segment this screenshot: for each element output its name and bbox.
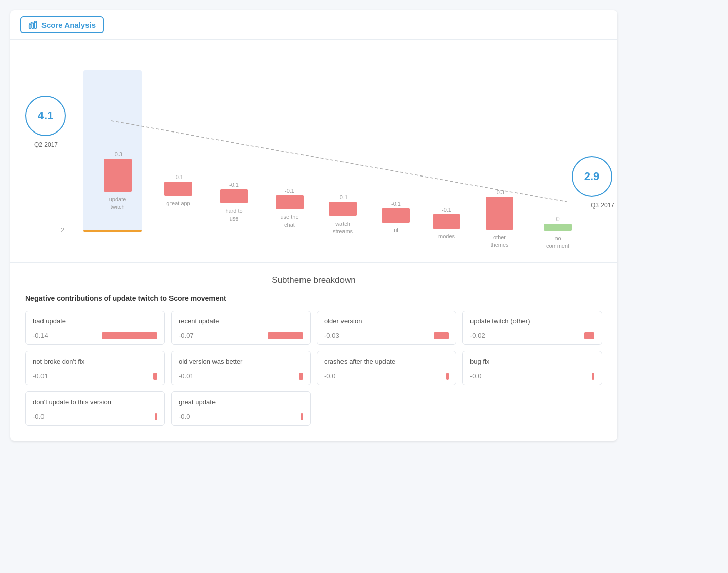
card-name-great-update: great update [179, 398, 303, 406]
card-score-update-twitch-other: -0.02 [470, 332, 485, 339]
card-bar-container-bug-fix [485, 373, 594, 380]
subtheme-section: Subtheme breakdown Negative contribution… [10, 262, 617, 441]
bar-value-update-twitch: -0.3 [113, 151, 122, 157]
card-score-crashes: -0.0 [324, 372, 335, 380]
bar-ui: -0.1 ui [382, 201, 410, 234]
bar-label-great-app: great app [166, 200, 190, 207]
card-older-version: older version -0.03 [317, 311, 456, 345]
card-bottom-great-update: -0.0 [179, 413, 303, 420]
card-name-old-version-better: old version was better [179, 358, 303, 365]
card-bottom-update-twitch-other: -0.02 [470, 332, 594, 339]
card-score-great-update: -0.0 [179, 413, 190, 420]
card-bad-update: bad update -0.14 [25, 311, 165, 345]
card-bar-container-bad-update [52, 332, 157, 339]
bar-rect-great-app [164, 182, 192, 196]
card-bug-fix: bug fix -0.0 [462, 351, 602, 385]
card-great-update: great update -0.0 [171, 391, 311, 426]
bar-watch-streams: -0.1 watchstreams [329, 194, 357, 236]
card-bottom-older-version: -0.03 [324, 332, 449, 339]
card-update-twitch-other: update twitch (other) -0.02 [462, 311, 602, 345]
card-bar-container-older-version [344, 332, 449, 339]
bar-rect-modes [433, 214, 460, 229]
bar-value-use-the-chat: -0.1 [285, 188, 294, 194]
card-bar-dont-update [155, 413, 157, 420]
card-name-dont-update: don't update to this version [33, 398, 157, 406]
card-recent-update: recent update -0.07 [171, 311, 311, 345]
card-score-bad-update: -0.14 [33, 332, 48, 339]
bar-label-hard-to-use: hard touse [225, 207, 242, 223]
card-bottom-not-broke: -0.01 [33, 372, 157, 380]
card-dont-update: don't update to this version -0.0 [25, 391, 165, 426]
card-score-old-version-better: -0.01 [179, 372, 194, 380]
card-name-bad-update: bad update [33, 317, 157, 325]
bar-use-the-chat: -0.1 use thechat [276, 188, 304, 229]
card-bar-update-twitch-other [584, 332, 594, 339]
subtheme-grid: bad update -0.14 recent update -0.07 [25, 311, 602, 426]
card-score-not-broke: -0.01 [33, 372, 48, 380]
card-bar-bug-fix [592, 373, 594, 380]
card-bar-container-great-update [194, 413, 303, 420]
bar-value-great-app: -0.1 [174, 174, 183, 180]
card-score-dont-update: -0.0 [33, 413, 44, 420]
page-container: Score Analysis 4 2 4.1 Q2 2017 2.9 Q3 20… [10, 10, 617, 441]
bar-label-ui: ui [394, 227, 398, 234]
card-bar-not-broke [153, 373, 157, 380]
bar-value-no-comment: 0 [556, 216, 559, 222]
subtheme-subtitle: Negative contributions of update twitch … [25, 294, 602, 302]
bar-label-other-themes: otherthemes [490, 234, 508, 249]
score-analysis-button[interactable]: Score Analysis [20, 16, 104, 33]
bar-rect-no-comment [544, 224, 572, 231]
q2-label: Q2 2017 [34, 141, 58, 148]
bar-label-update-twitch: updatetwitch [109, 196, 126, 211]
q2-circle: 4.1 [25, 96, 66, 136]
card-name-older-version: older version [324, 317, 449, 325]
card-bottom-old-version-better: -0.01 [179, 372, 303, 380]
bar-great-app: -0.1 great app [164, 174, 192, 207]
card-name-bug-fix: bug fix [470, 358, 594, 365]
bar-value-modes: -0.1 [442, 207, 451, 213]
card-bottom-bad-update: -0.14 [33, 332, 157, 339]
subtheme-title: Subtheme breakdown [25, 275, 602, 285]
card-bottom-recent-update: -0.07 [179, 332, 303, 339]
card-name-update-twitch-other: update twitch (other) [470, 317, 594, 325]
bar-label-modes: modes [438, 233, 455, 240]
card-bar-container-not-broke [52, 373, 157, 380]
card-bottom-dont-update: -0.0 [33, 413, 157, 420]
grid-line-4 [71, 121, 587, 121]
bar-hard-to-use: -0.1 hard touse [220, 182, 248, 223]
chart-section: 4 2 4.1 Q2 2017 2.9 Q3 2017 -0.3 updatet… [10, 40, 617, 262]
card-bar-crashes [446, 373, 449, 380]
card-bar-old-version-better [299, 373, 303, 380]
card-bar-bad-update [102, 332, 157, 339]
bar-label-no-comment: nocomment [546, 235, 569, 250]
bar-no-comment: 0 nocomment [544, 216, 572, 250]
bar-value-other-themes: -0.3 [495, 189, 504, 195]
bar-label-use-the-chat: use thechat [280, 213, 298, 229]
card-bottom-crashes: -0.0 [324, 372, 449, 380]
card-name-not-broke: not broke don't fix [33, 358, 157, 365]
grid-label-2: 2 [61, 226, 64, 234]
card-score-recent-update: -0.07 [179, 332, 194, 339]
card-bar-older-version [434, 332, 449, 339]
bar-other-themes: -0.3 otherthemes [486, 189, 513, 249]
card-score-bug-fix: -0.0 [470, 372, 481, 380]
bar-rect-watch-streams [329, 202, 357, 216]
card-score-older-version: -0.03 [324, 332, 339, 339]
card-not-broke: not broke don't fix -0.01 [25, 351, 165, 385]
q3-value: 2.9 [584, 170, 600, 183]
bar-value-hard-to-use: -0.1 [229, 182, 239, 188]
bar-value-watch-streams: -0.1 [338, 194, 348, 200]
q3-label: Q3 2017 [591, 202, 614, 209]
card-bar-container-update-twitch-other [489, 332, 594, 339]
bar-label-watch-streams: watchstreams [333, 220, 353, 236]
header: Score Analysis [10, 10, 617, 40]
bar-rect-use-the-chat [276, 195, 304, 209]
card-bar-container-old-version-better [198, 373, 303, 380]
bar-modes: -0.1 modes [433, 207, 460, 240]
card-bar-great-update [301, 413, 303, 420]
card-bar-container-dont-update [48, 413, 157, 420]
card-name-crashes: crashes after the update [324, 358, 449, 365]
bar-rect-update-twitch [104, 159, 132, 192]
card-crashes: crashes after the update -0.0 [317, 351, 456, 385]
bar-rect-ui [382, 208, 410, 223]
